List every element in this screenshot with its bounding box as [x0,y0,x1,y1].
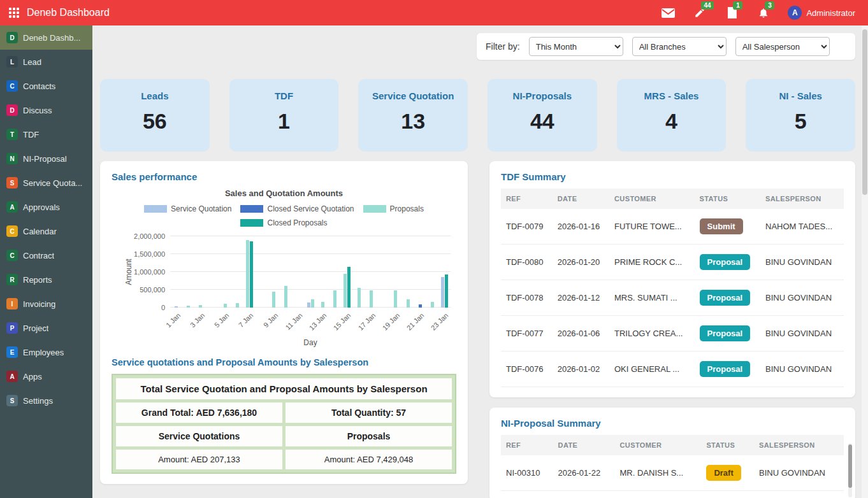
sidebar-item-employees[interactable]: EEmployees [0,340,92,364]
kpi-label: NI-Proposals [488,90,597,101]
chart-bar [272,292,275,308]
user-menu[interactable]: A Administrator [788,6,855,20]
service-quotations-header-cell: Service Quotations [116,426,282,446]
y-tick-label: 500,000 [140,286,165,294]
x-tick-label: 9 Jan [262,311,280,329]
legend-item-closed-service-quotation[interactable]: Closed Service Quotation [240,204,354,213]
kpi-card-tdf: TDF1 [229,79,339,152]
sidebar-item-approvals[interactable]: AApprovals [0,195,92,219]
cell-ref: TDF-0080 [501,245,553,280]
sidebar-item-apps[interactable]: AApps [0,364,92,388]
sidebar-item-reports[interactable]: RReports [0,267,92,292]
kpi-label: Leads [100,90,210,101]
salesperson-summary-table: Total Service Quotation and Proposal Amo… [112,374,456,474]
legend-item-closed-proposals[interactable]: Closed Proposals [240,218,327,227]
ni-proposal-row-ni-00310[interactable]: NI-003102026-01-22MR. DANISH S...DraftBI… [501,455,844,491]
chart-y-axis-label: Amount [124,259,133,285]
sidebar-item-label: Settings [23,396,53,406]
approvals-icon: A [6,201,18,213]
sidebar-item-tdf[interactable]: TTDF [0,122,92,146]
tdf-row-tdf-0077[interactable]: TDF-00772026-01-06TRILOGY CREA...Proposa… [501,316,844,352]
x-tick-label: 7 Jan [237,311,255,329]
avatar: A [788,6,802,20]
cell-date: 2026-01-20 [553,245,609,280]
chart-legend: Service QuotationClosed Service Quotatio… [125,204,444,227]
status-badge: Submit [700,218,743,234]
documents-button[interactable]: 1 [724,6,739,20]
kpi-label: TDF [229,90,339,101]
sidebar-item-contract[interactable]: CContract [0,243,92,267]
sidebar-item-invoicing[interactable]: IInvoicing [0,292,92,316]
service-quotations-amount-cell: Amount: AED 207,133 [116,450,282,469]
table-scrollbar[interactable] [848,443,852,497]
chart-bar [431,302,434,308]
chart-bar [284,286,287,308]
column-header-customer: CUSTOMER [609,189,695,209]
x-tick-label: 5 Jan [213,311,231,329]
kpi-card-ni-sales: NI - Sales5 [746,79,855,152]
sidebar-item-label: Reports [23,275,52,285]
sidebar-item-service-quota[interactable]: SService Quota... [0,171,92,195]
tdf-icon: T [6,129,18,140]
cell-customer: MR. DANISH S... [615,455,702,491]
sidebar-item-ni-proposal[interactable]: NNI-Proposal [0,146,92,171]
dashboard-icon: D [6,32,18,43]
sidebar-item-calendar[interactable]: CCalendar [0,219,92,243]
sidebar-item-label: Employees [23,348,64,357]
page-scrollbar-thumb[interactable] [862,29,867,195]
sales-performance-heading: Sales performance [112,171,456,182]
sidebar-item-deneb-dashb[interactable]: DDeneb Dashb... [0,25,92,50]
legend-item-service-quotation[interactable]: Service Quotation [144,204,231,213]
tdf-row-tdf-0080[interactable]: TDF-00802026-01-20PRIME ROCK C...Proposa… [501,245,844,280]
filter-by-label: Filter by: [486,41,520,52]
cell-ref: TDF-0076 [501,352,553,387]
chart-bar [441,277,444,308]
sidebar-item-discuss[interactable]: DDiscuss [0,98,92,122]
tdf-row-tdf-0078[interactable]: TDF-00782026-01-12MRS. SUMATI ...Proposa… [501,280,844,316]
y-tick-label: 1,000,000 [134,268,165,276]
gridline [170,253,451,254]
mail-button[interactable] [660,6,676,20]
tdf-row-tdf-0076[interactable]: TDF-00762026-01-02OKI GENERAL ...Proposa… [501,352,844,387]
kpi-value: 1 [229,109,339,134]
cell-salesperson: BINU GOVINDAN [754,455,844,491]
legend-label: Closed Service Quotation [267,204,354,213]
kpi-card-mrs-sales: MRS - Sales4 [617,79,727,152]
sidebar-item-contacts[interactable]: CContacts [0,74,92,98]
cell-salesperson: NAHOM TADES... [760,209,844,245]
cell-status: Submit [695,209,761,245]
cell-customer: FUTURE TOWE... [609,209,695,245]
cell-customer: PRIME ROCK C... [609,245,695,280]
apps-grid-icon[interactable] [9,8,19,18]
legend-swatch [144,205,167,213]
sidebar-item-lead[interactable]: LLead [0,50,92,74]
compose-button[interactable]: 44 [692,6,707,20]
sidebar-item-label: Lead [23,57,41,67]
status-badge: Proposal [700,325,751,341]
chart-bar [311,299,314,308]
cell-date: 2026-01-12 [553,280,609,316]
chart-bar [333,290,336,308]
sidebar-item-project[interactable]: PProject [0,316,92,340]
sidebar-item-settings[interactable]: SSettings [0,388,92,413]
contacts-icon: C [6,80,18,92]
cell-status: Proposal [695,352,761,387]
cell-date: 2026-01-06 [553,316,609,352]
notifications-button[interactable]: 3 [756,6,771,20]
sales-chart: Amount 0500,0001,000,0001,500,0002,000,0… [170,236,451,308]
kpi-value: 5 [746,109,855,134]
table-scrollbar-thumb[interactable] [848,445,852,488]
tdf-row-tdf-0079[interactable]: TDF-00792026-01-16FUTURE TOWE...SubmitNA… [501,209,844,245]
period-select[interactable]: This Month [529,37,623,56]
salesperson-select[interactable]: All Salesperson [735,37,830,56]
table-header-row: REFDATECUSTOMERSTATUSSALESPERSON [501,189,844,209]
x-tick-label: 21 Jan [405,311,426,332]
page-scrollbar[interactable] [862,25,868,498]
branch-select[interactable]: All Branches [632,37,727,56]
column-header-date: DATE [553,189,609,209]
reports-icon: R [6,274,18,285]
sidebar: DDeneb Dashb...LLeadCContactsDDiscussTTD… [0,25,92,498]
legend-item-proposals[interactable]: Proposals [363,204,424,213]
x-tick-label: 23 Jan [430,311,450,332]
sidebar-item-label: Contract [23,251,54,260]
